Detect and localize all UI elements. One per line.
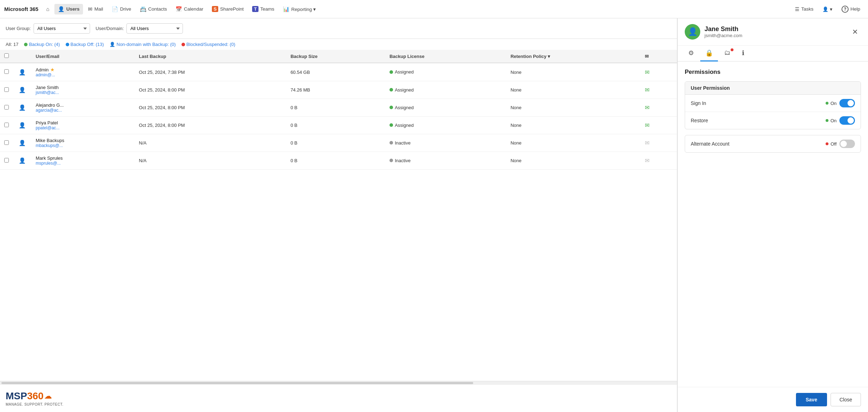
user-name: Alejandro G... (36, 102, 130, 108)
nav-home[interactable]: ⌂ (43, 4, 53, 14)
users-icon: 👤 (58, 6, 65, 12)
nav-users[interactable]: 👤 Users (54, 4, 83, 14)
logo-cloud-icon: ☁ (44, 392, 52, 401)
row-user-info-cell: Alejandro G... agarcia@ac... (31, 99, 135, 117)
license-dot (390, 88, 393, 92)
backup-off-label: Backup Off: (13) (71, 42, 104, 47)
row-email-status: ✉ (641, 99, 677, 117)
row-license: Inactive (385, 152, 506, 170)
blocked-dot (182, 43, 185, 46)
table-row[interactable]: 👤 Jane Smith jsmith@ac... Oct 25, 2024, … (0, 81, 677, 99)
nav-account[interactable]: 👤 ▾ (819, 4, 836, 14)
blocked-link[interactable]: Blocked/Suspended: (0) (182, 42, 236, 47)
user-email[interactable]: admin@... (36, 72, 130, 77)
row-checkbox-3[interactable] (4, 123, 9, 127)
user-email[interactable]: jsmith@ac... (36, 90, 130, 95)
close-panel-button[interactable]: ✕ (849, 26, 861, 37)
table-row[interactable]: 👤 Mark Sprules msprules@... N/A 0 B Inac… (0, 152, 677, 170)
tab-info[interactable]: ℹ (737, 46, 749, 61)
nav-sharepoint[interactable]: S SharePoint (208, 4, 247, 14)
right-panel-header: 👤 Jane Smith jsmith@acme.com ✕ (678, 18, 868, 46)
nav-reporting[interactable]: 📊 Reporting ▾ (279, 4, 319, 14)
user-name: Admin★ (36, 67, 130, 72)
select-all-checkbox[interactable] (4, 53, 9, 58)
row-checkbox-cell (0, 81, 13, 99)
user-domain-select[interactable]: All Users (126, 23, 183, 34)
save-button[interactable]: Save (796, 393, 827, 406)
user-big-avatar: 👤 (685, 24, 700, 40)
row-checkbox-cell (0, 134, 13, 152)
row-checkbox-2[interactable] (4, 105, 9, 110)
horizontal-scrollbar[interactable] (0, 381, 677, 384)
sign-in-knob: ✓ (848, 100, 854, 106)
restore-toggle[interactable]: ✓ (839, 116, 855, 125)
sign-in-toggle[interactable]: ✓ (839, 99, 855, 107)
nav-teams-label: Teams (260, 6, 274, 12)
non-domain-link[interactable]: 👤 Non-domain with Backup: (0) (109, 42, 176, 47)
nav-contacts[interactable]: 📇 Contacts (136, 4, 171, 14)
row-license: Assigned (385, 99, 506, 117)
backup-off-dot (66, 43, 69, 46)
calendar-icon: 📅 (176, 6, 182, 12)
col-backup-size: Backup Size (286, 50, 385, 63)
user-info: Mark Sprules msprules@... (36, 155, 130, 166)
table-row[interactable]: 👤 Mike Backups mbackups@... N/A 0 B Inac… (0, 134, 677, 152)
permissions-title: Permissions (685, 69, 861, 76)
row-backup-size: 60.54 GB (286, 63, 385, 81)
license-status-text: Inactive (395, 140, 411, 146)
user-group-label: User Group: (6, 26, 31, 31)
blocked-label: Blocked/Suspended: (0) (186, 42, 236, 47)
nav-mail[interactable]: ✉ Mail (84, 4, 107, 14)
license-badge: Assigned (390, 69, 414, 75)
col-last-backup: Last Backup (135, 50, 286, 63)
row-last-backup: Oct 25, 2024, 7:38 PM (135, 63, 286, 81)
logo-msp: MSP (6, 390, 27, 402)
table-row[interactable]: 👤 Alejandro G... agarcia@ac... Oct 25, 2… (0, 99, 677, 117)
tab-archive[interactable]: 🗂 (719, 46, 736, 61)
user-group-select[interactable]: All Users (34, 23, 90, 34)
alternate-account-toggle[interactable]: ✕ (839, 140, 855, 148)
row-checkbox-0[interactable] (4, 69, 9, 74)
left-panel: User Group: All Users User/Domain: All U… (0, 18, 677, 412)
main-layout: User Group: All Users User/Domain: All U… (0, 18, 868, 412)
license-badge: Inactive (390, 158, 411, 163)
users-tbody: 👤 Admin★ admin@... Oct 25, 2024, 7:38 PM… (0, 63, 677, 170)
backup-off-link[interactable]: Backup Off: (13) (66, 42, 104, 47)
tab-settings[interactable]: ⚙ (683, 46, 699, 61)
row-checkbox-5[interactable] (4, 158, 9, 163)
scroll-thumb (1, 382, 473, 384)
close-button[interactable]: Close (831, 393, 861, 406)
license-dot (390, 141, 393, 145)
restore-dot (826, 119, 828, 122)
row-checkbox-4[interactable] (4, 140, 9, 145)
nav-calendar[interactable]: 📅 Calendar (172, 4, 207, 14)
row-license: Assigned (385, 81, 506, 99)
row-email-status: ✉ (641, 81, 677, 99)
row-user-info-cell: Priya Patel ppatel@ac... (31, 117, 135, 134)
license-dot (390, 106, 393, 109)
row-checkbox-cell (0, 117, 13, 134)
nav-tasks[interactable]: ☰ Tasks (791, 4, 817, 14)
nav-users-label: Users (66, 6, 80, 12)
user-email[interactable]: msprules@... (36, 161, 130, 166)
user-email[interactable]: mbackups@... (36, 143, 130, 148)
logo-text: MSP 360 ☁ (6, 390, 63, 402)
nav-teams[interactable]: T Teams (249, 4, 278, 14)
row-checkbox-cell (0, 152, 13, 170)
help-icon: ? (842, 6, 849, 13)
restore-status: On (826, 118, 837, 123)
user-email[interactable]: ppatel@ac... (36, 125, 130, 130)
user-info: Priya Patel ppatel@ac... (36, 120, 130, 130)
table-header-row: User/Email Last Backup Backup Size Backu… (0, 50, 677, 63)
backup-on-link[interactable]: Backup On: (4) (24, 42, 60, 47)
table-row[interactable]: 👤 Admin★ admin@... Oct 25, 2024, 7:38 PM… (0, 63, 677, 81)
user-email[interactable]: agarcia@ac... (36, 108, 130, 113)
row-checkbox-1[interactable] (4, 87, 9, 92)
archive-badge (731, 48, 733, 51)
table-row[interactable]: 👤 Priya Patel ppatel@ac... Oct 25, 2024,… (0, 117, 677, 134)
nav-contacts-label: Contacts (148, 6, 167, 12)
nav-drive[interactable]: 📄 Drive (108, 4, 135, 14)
tab-lock[interactable]: 🔒 (700, 46, 718, 61)
nav-help[interactable]: ? Help (838, 4, 864, 15)
panel-tabs: ⚙ 🔒 🗂 ℹ (678, 46, 868, 61)
